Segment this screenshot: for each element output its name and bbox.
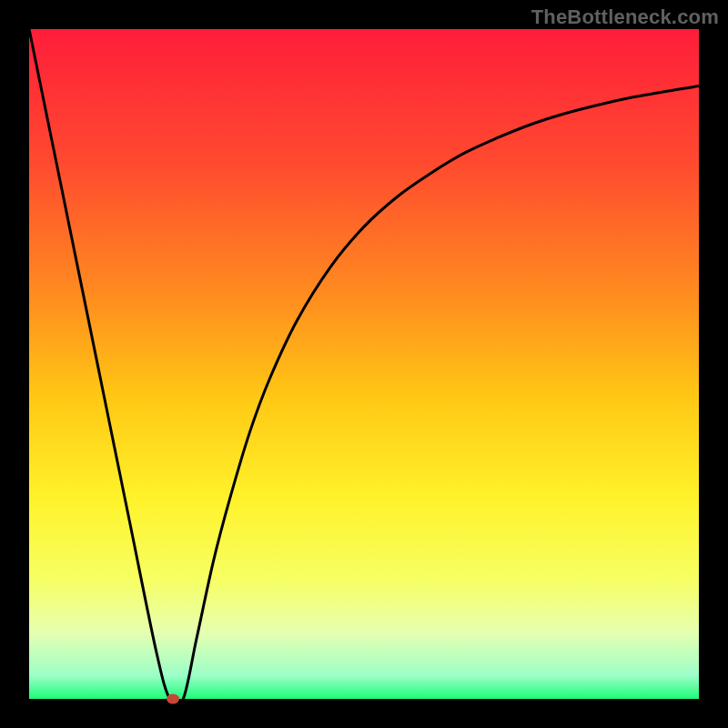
watermark-text: TheBottleneck.com: [531, 5, 719, 29]
chart-frame: [29, 29, 699, 699]
bottleneck-chart: [29, 29, 699, 699]
optimal-point-marker: [167, 694, 179, 704]
gradient-background: [29, 29, 699, 699]
